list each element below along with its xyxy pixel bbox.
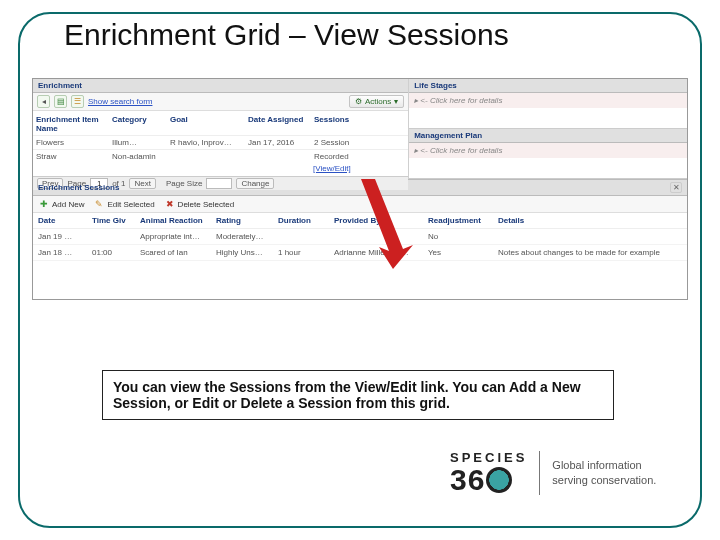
col-date: Date	[38, 216, 88, 225]
tagline-line: Global information	[552, 458, 656, 472]
cell: Recorded	[314, 152, 356, 161]
col-date: Date Assigned	[248, 115, 308, 133]
enrichment-columns: Enrichment Item Name Category Goal Date …	[33, 111, 408, 135]
col-sessions: Sessions	[314, 115, 356, 133]
cell: 2 Session	[314, 138, 356, 147]
cell: Appropriate int…	[140, 232, 212, 241]
col-time: Time Giv	[92, 216, 136, 225]
tree-icon[interactable]: ▤	[54, 95, 67, 108]
delete-selected-button[interactable]: ✖Delete Selected	[165, 199, 234, 209]
enrichment-row[interactable]: Flowers Illum… R havio, Inprov… Jan 17, …	[33, 135, 408, 149]
cell	[498, 232, 682, 241]
next-button[interactable]: Next	[129, 178, 155, 189]
cell: Adrianne Miller, Es…	[334, 248, 424, 257]
mgmt-plan-placeholder[interactable]: ▸ <- Click here for details	[409, 143, 687, 158]
cell: R havio, Inprov…	[170, 138, 242, 147]
chevron-down-icon: ▾	[394, 97, 398, 106]
col-category: Category	[112, 115, 164, 133]
cell	[248, 152, 308, 161]
slide-title: Enrichment Grid – View Sessions	[58, 18, 515, 52]
globe-icon	[486, 467, 512, 493]
cell: Illum…	[112, 138, 164, 147]
cell: Straw	[36, 152, 106, 161]
life-stages-title: Life Stages	[409, 79, 687, 93]
logo-tagline: Global information serving conservation.	[552, 458, 656, 487]
mgmt-plan-panel: Management Plan ▸ <- Click here for deta…	[409, 129, 687, 179]
mgmt-plan-title: Management Plan	[409, 129, 687, 143]
life-stages-panel: Life Stages ▸ <- Click here for details	[409, 79, 687, 129]
caption-box: You can view the Sessions from the View/…	[102, 370, 614, 420]
label: Add New	[52, 200, 84, 209]
cell: Moderately…	[216, 232, 274, 241]
cell: Flowers	[36, 138, 106, 147]
label: Delete Selected	[178, 200, 234, 209]
cell: Jan 19 …	[38, 232, 88, 241]
digit-3: 3	[450, 465, 467, 495]
change-button[interactable]: Change	[236, 178, 274, 189]
cell	[170, 152, 242, 161]
cell: Jan 17, 2016	[248, 138, 308, 147]
sessions-panel: Enrichment Sessions ✕ ✚Add New ✎Edit Sel…	[33, 179, 687, 261]
cell: Yes	[428, 248, 494, 257]
pagesize-label: Page Size	[166, 179, 202, 188]
gear-icon: ⚙	[355, 97, 362, 106]
sessions-columns: Date Time Giv Animal Reaction Rating Dur…	[33, 213, 687, 229]
logo-area: SPECIES 3 6 Global information serving c…	[450, 450, 656, 495]
sessions-title: Enrichment Sessions	[38, 183, 119, 192]
cell: Jan 18 …	[38, 248, 88, 257]
filter-icon[interactable]: ☰	[71, 95, 84, 108]
col-duration: Duration	[278, 216, 330, 225]
logo-divider	[539, 451, 540, 495]
actions-button[interactable]: ⚙ Actions ▾	[349, 95, 404, 108]
add-new-button[interactable]: ✚Add New	[39, 199, 84, 209]
life-stages-placeholder[interactable]: ▸ <- Click here for details	[409, 93, 687, 108]
delete-icon: ✖	[165, 199, 175, 209]
view-edit-link[interactable]: [View/Edit]	[313, 163, 351, 176]
col-goal: Goal	[170, 115, 242, 133]
plus-icon: ✚	[39, 199, 49, 209]
cell: Scared of Ian	[140, 248, 212, 257]
label: Edit Selected	[107, 200, 154, 209]
enrichment-row[interactable]: Straw Non-adamin Recorded	[33, 149, 408, 163]
edit-selected-button[interactable]: ✎Edit Selected	[94, 199, 154, 209]
cell	[334, 232, 424, 241]
cell: No	[428, 232, 494, 241]
col-name: Enrichment Item Name	[36, 115, 106, 133]
cell: Highly Uns…	[216, 248, 274, 257]
cell: Non-adamin	[112, 152, 164, 161]
col-provided: Provided By	[334, 216, 424, 225]
actions-label: Actions	[365, 97, 391, 106]
digit-6: 6	[468, 465, 485, 495]
show-search-link[interactable]: Show search form	[88, 97, 152, 106]
cell: 1 hour	[278, 248, 330, 257]
col-readjust: Readjustment	[428, 216, 494, 225]
close-icon[interactable]: ✕	[670, 182, 682, 193]
placeholder-text: <- Click here for details	[420, 146, 502, 155]
pagesize-input[interactable]	[206, 178, 232, 189]
tagline-line: serving conservation.	[552, 473, 656, 487]
col-rating: Rating	[216, 216, 274, 225]
col-details: Details	[498, 216, 682, 225]
cell	[92, 232, 136, 241]
session-row[interactable]: Jan 19 … Appropriate int… Moderately… No	[33, 229, 687, 245]
enrichment-panel-title: Enrichment	[33, 79, 408, 93]
cell	[278, 232, 330, 241]
cell: Notes about changes to be made for examp…	[498, 248, 682, 257]
app-screenshot: Enrichment ◂ ▤ ☰ Show search form ⚙ Acti…	[32, 78, 688, 300]
session-row[interactable]: Jan 18 … 01:00 Scared of Ian Highly Uns……	[33, 245, 687, 261]
col-reaction: Animal Reaction	[140, 216, 212, 225]
enrichment-panel: Enrichment ◂ ▤ ☰ Show search form ⚙ Acti…	[33, 79, 409, 179]
pencil-icon: ✎	[94, 199, 104, 209]
placeholder-text: <- Click here for details	[420, 96, 502, 105]
cell: 01:00	[92, 248, 136, 257]
collapse-icon[interactable]: ◂	[37, 95, 50, 108]
logo-360: 3 6	[450, 465, 527, 495]
